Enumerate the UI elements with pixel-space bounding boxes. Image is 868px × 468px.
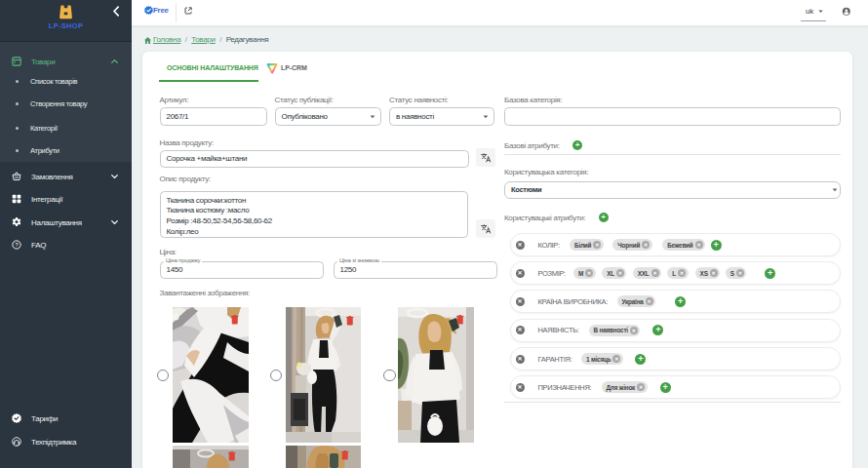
svg-text:?: ? [16,242,19,248]
